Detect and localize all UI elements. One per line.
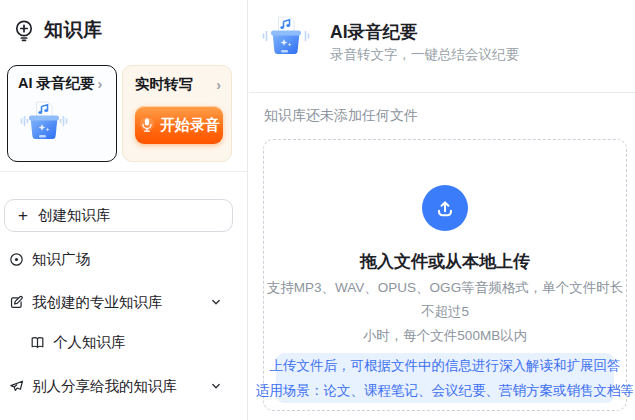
ai-recording-app-icon (18, 97, 70, 145)
sidebar-item-personal-knowledge-base[interactable]: 个人知识库 (8, 331, 240, 353)
microphone-icon (138, 115, 156, 135)
upload-tip-line1: 上传文件后，可根据文件中的信息进行深入解读和扩展回答 (270, 353, 621, 378)
card-rt-label: 实时转写 (135, 75, 193, 94)
chevron-down-icon[interactable] (209, 379, 223, 393)
empty-state-hint: 知识库还未添加任何文件 (264, 107, 418, 125)
create-knowledge-base-label: 创建知识库 (38, 206, 111, 225)
chevron-right-icon: › (98, 77, 103, 91)
upload-circle[interactable] (422, 185, 468, 231)
start-recording-label: 开始录音 (160, 116, 220, 135)
discover-icon (8, 251, 25, 268)
create-knowledge-base-button[interactable]: + 创建知识库 (4, 199, 233, 232)
sidebar-header: 知识库 (12, 17, 103, 43)
upload-icon (433, 196, 457, 220)
upload-description: 支持MP3、WAV、OPUS、OGG等音频格式，单个文件时长不超过5 小时，每个… (266, 276, 624, 348)
page-subtitle: 录音转文字，一键总结会议纪要 (330, 46, 519, 64)
upload-dropzone[interactable]: 拖入文件或从本地上传 支持MP3、WAV、OPUS、OGG等音频格式，单个文件时… (263, 139, 627, 411)
upload-title: 拖入文件或从本地上传 (264, 250, 626, 273)
sidebar-item-label: 个人知识库 (53, 333, 126, 352)
sidebar-item-label: 别人分享给我的知识库 (32, 377, 177, 396)
chevron-right-icon: › (216, 78, 221, 92)
ai-recording-app-icon (262, 12, 310, 60)
sidebar-item-my-knowledge-bases[interactable]: 我创建的专业知识库 (8, 291, 240, 313)
feature-cards: AI 录音纪要› (7, 65, 232, 162)
start-recording-button[interactable]: 开始录音 (135, 106, 223, 144)
page-title: AI录音纪要 (330, 20, 418, 44)
upload-description-line1: 支持MP3、WAV、OPUS、OGG等音频格式，单个文件时长不超过5 (266, 276, 624, 324)
card-ai-label: AI 录音纪要 (18, 74, 95, 93)
upload-tip-line2: 适用场景：论文、课程笔记、会议纪要、营销方案或销售文档等 (256, 378, 634, 403)
bulb-plus-icon (12, 18, 36, 42)
sidebar-item-knowledge-square[interactable]: 知识广场 (8, 248, 240, 270)
card-realtime-transcribe[interactable]: 实时转写› 开始录音 (122, 65, 232, 162)
sidebar: 知识库 AI 录音纪要› (0, 0, 248, 420)
book-icon (29, 334, 46, 351)
upload-tip-box: 上传文件后，可根据文件中的信息进行深入解读和扩展回答 适用场景：论文、课程笔记、… (276, 353, 614, 403)
upload-description-line2: 小时，每个文件500MB以内 (266, 324, 624, 348)
sidebar-item-label: 我创建的专业知识库 (32, 293, 163, 312)
card-ai-recording[interactable]: AI 录音纪要› (7, 65, 117, 162)
app-title: 知识库 (44, 17, 103, 43)
sidebar-divider (0, 171, 248, 172)
chevron-down-icon[interactable] (209, 295, 223, 309)
plus-icon: + (18, 207, 28, 224)
content-divider (249, 92, 635, 93)
send-icon (8, 378, 25, 395)
edit-icon (8, 294, 25, 311)
sidebar-item-label: 知识广场 (32, 250, 90, 269)
main-content: AI录音纪要 录音转文字，一键总结会议纪要 知识库还未添加任何文件 拖入文件或从… (249, 0, 635, 420)
sidebar-item-shared-knowledge-bases[interactable]: 别人分享给我的知识库 (8, 375, 240, 397)
